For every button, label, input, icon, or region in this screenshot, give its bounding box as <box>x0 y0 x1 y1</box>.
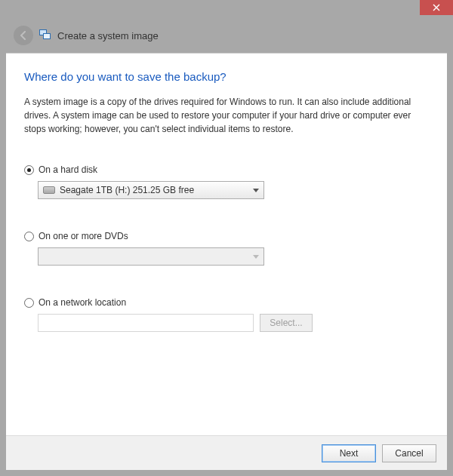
title-bar <box>0 0 453 18</box>
radio-hard-disk-label: On a hard disk <box>39 164 97 175</box>
content-panel: Where do you want to save the backup? A … <box>6 53 447 470</box>
network-path-input <box>38 314 254 332</box>
next-button[interactable]: Next <box>322 444 376 462</box>
chevron-down-icon <box>253 255 259 259</box>
radio-hard-disk-indicator <box>24 165 34 175</box>
radio-dvd[interactable]: On one or more DVDs <box>24 231 429 241</box>
dvd-select <box>38 247 264 266</box>
footer-bar: Next Cancel <box>6 435 447 470</box>
hard-drive-icon <box>43 186 55 194</box>
close-icon <box>433 4 440 11</box>
radio-hard-disk[interactable]: On a hard disk <box>24 164 429 175</box>
option-hard-disk: On a hard disk Seagate 1TB (H:) 251.25 G… <box>24 164 429 199</box>
radio-network[interactable]: On a network location <box>24 297 429 308</box>
radio-network-label: On a network location <box>39 297 126 308</box>
back-arrow-icon <box>18 30 29 41</box>
window-title: Create a system image <box>57 30 159 41</box>
page-description: A system image is a copy of the drives r… <box>24 95 429 136</box>
cancel-button[interactable]: Cancel <box>382 444 436 462</box>
drive-select[interactable]: Seagate 1TB (H:) 251.25 GB free <box>38 181 264 199</box>
page-heading: Where do you want to save the backup? <box>24 70 429 83</box>
close-button[interactable] <box>420 0 453 15</box>
radio-dvd-indicator <box>24 232 34 241</box>
network-select-button: Select... <box>260 314 313 332</box>
chevron-down-icon <box>253 189 259 192</box>
option-network: On a network location Select... <box>24 297 429 332</box>
system-image-icon <box>39 29 51 41</box>
back-button <box>14 26 33 45</box>
header-strip: Create a system image <box>0 18 453 53</box>
radio-network-indicator <box>24 298 34 308</box>
radio-dvd-label: On one or more DVDs <box>39 231 128 241</box>
drive-select-value: Seagate 1TB (H:) 251.25 GB free <box>60 185 253 195</box>
wizard-window: Create a system image Where do you want … <box>0 0 453 476</box>
option-dvd: On one or more DVDs <box>24 231 429 266</box>
